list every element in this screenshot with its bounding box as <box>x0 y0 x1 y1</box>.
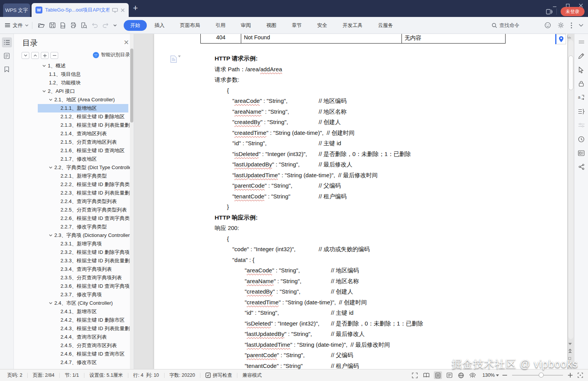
more-dots-icon[interactable] <box>571 22 572 29</box>
ruler-icon[interactable] <box>567 35 571 39</box>
toc-item[interactable]: 2.3.2、根据主键 ID 删除字典项 <box>14 248 130 257</box>
status-segment[interactable]: 页面: 2/84 <box>28 372 59 379</box>
toc-item[interactable]: 2.4.6、根据主键 ID 查询市区 <box>14 350 130 358</box>
sliders-icon[interactable] <box>577 121 586 129</box>
status-segment[interactable]: 字数: 20220 <box>165 372 200 379</box>
smart-toc-button[interactable]: 智能识别目录 <box>93 52 130 58</box>
toc-item[interactable]: 2.2.2、根据主键 ID 删除字典类型 <box>14 180 130 189</box>
translate-icon[interactable]: a <box>577 93 586 102</box>
zoom-slider[interactable] <box>512 375 563 376</box>
pen-icon[interactable] <box>577 52 586 60</box>
toc-list-icon[interactable] <box>2 37 12 47</box>
ribbon-tab[interactable]: 页面布局 <box>172 17 208 34</box>
toc-item[interactable]: 1、概述 <box>14 62 130 70</box>
compat-mode[interactable]: 兼容模式 <box>237 372 267 379</box>
toc-item[interactable]: 2.2.4、查询字典类型列表 <box>14 197 130 206</box>
drag-handle-icon[interactable] <box>577 38 586 46</box>
toc-item[interactable]: 2.2.6、根据主键 ID 查询字典类型 <box>14 214 130 223</box>
nav-pin-box[interactable] <box>555 34 566 44</box>
ribbon-tab[interactable]: 云服务 <box>370 17 401 34</box>
fit-screen-icon[interactable] <box>576 371 584 379</box>
document-tab[interactable]: W TableGo-Sp...oot项目API文档 <box>32 3 129 17</box>
share-icon[interactable] <box>577 163 586 171</box>
gear-icon[interactable] <box>558 22 564 29</box>
file-menu[interactable]: 文件 <box>5 22 29 29</box>
toc-item[interactable]: 2.4.5、分页查询市区列表 <box>14 341 130 350</box>
zoom-in-toc-button[interactable] <box>41 52 49 59</box>
scroll-down-icon[interactable] <box>568 343 572 345</box>
toc-item[interactable]: 2.1.1、新增地区 <box>14 104 130 112</box>
app-tab[interactable]: WPS 文字 <box>3 3 30 17</box>
ribbon-tab[interactable]: 审阅 <box>233 17 259 34</box>
toc-item[interactable]: 2.4.2、根据主键 ID 删除市区 <box>14 316 130 324</box>
notes-icon[interactable] <box>2 51 12 61</box>
chevron-down-icon[interactable] <box>49 166 52 169</box>
toc-item[interactable]: 2、API 接口 <box>14 87 130 96</box>
chevron-down-icon[interactable] <box>49 99 52 101</box>
toc-item[interactable]: 2.3.6、根据主键 ID 查询字典项 <box>14 282 130 290</box>
chevron-down-icon[interactable] <box>42 65 46 67</box>
message-icon[interactable] <box>544 22 551 29</box>
toc-close-icon[interactable]: ✕ <box>124 39 129 46</box>
quickbar-chevron-icon[interactable] <box>111 24 119 27</box>
web-view-icon[interactable] <box>457 371 465 379</box>
toc-item[interactable]: 2.1.3、根据主键 ID 列表批量删除 ... <box>14 121 130 129</box>
status-segment[interactable]: 行: 4 列: 10 <box>128 372 164 379</box>
spellcheck-toggle[interactable]: 拼写检查 <box>200 372 237 379</box>
toc-item[interactable]: 2.4.3、根据主键 ID 列表批量删除... <box>14 324 130 333</box>
save-button[interactable] <box>47 22 58 28</box>
toc-item[interactable]: 2.1.2、根据主键 ID 删除地区 <box>14 112 130 121</box>
toc-item[interactable]: 1.1、项目信息 <box>14 70 130 79</box>
toc-item[interactable]: 2.4.1、新增市区 <box>14 307 130 316</box>
toc-item[interactable]: 2.4.4、查询市区列表 <box>14 333 130 341</box>
outline-view-icon[interactable] <box>445 371 454 379</box>
toc-item[interactable]: 1.2、功能模块 <box>14 79 130 87</box>
page-view-icon[interactable] <box>434 371 442 379</box>
cursor-icon[interactable] <box>577 65 586 74</box>
toc-item[interactable]: 2.1.5、分页查询地区列表 <box>14 138 130 146</box>
lock-icon[interactable] <box>577 79 586 88</box>
document-gutter-icon[interactable] <box>170 55 181 63</box>
status-segment[interactable]: 设置值: 5.1厘米 <box>84 372 128 379</box>
new-tab-button[interactable]: + <box>133 3 138 13</box>
print-button[interactable] <box>68 22 79 28</box>
toc-item[interactable]: 2.1、地区 (Area Controller) <box>14 96 130 104</box>
find-command[interactable]: 查找命令 <box>492 17 519 34</box>
close-icon[interactable] <box>121 8 125 12</box>
zoom-in-button[interactable] <box>568 373 573 378</box>
fullscreen-icon[interactable] <box>411 371 419 379</box>
status-segment[interactable]: 页码: 2 <box>2 372 27 379</box>
zoom-level[interactable]: 130% <box>482 373 499 378</box>
toc-item[interactable]: 2.3.1、新增字典项 <box>14 240 130 248</box>
ribbon-tab[interactable]: 视图 <box>259 17 284 34</box>
toc-item[interactable]: 2.1.4、查询地区列表 <box>14 129 130 138</box>
toc-item[interactable]: 2.2.1、新增字典类型 <box>14 172 130 180</box>
zoom-slider-knob[interactable] <box>539 373 544 378</box>
toc-item[interactable]: 2.4.7、修改市区 <box>14 358 130 367</box>
toc-item[interactable]: 2.3.4、查询字典项列表 <box>14 265 130 274</box>
toc-item[interactable]: 2.2、字典类型 (Dict Type Controller... <box>14 163 130 172</box>
toc-item[interactable]: 2.3.5、分页查询字典项列表 <box>14 274 130 282</box>
zoom-out-toc-button[interactable] <box>50 52 58 59</box>
print-preview-button[interactable] <box>79 22 89 29</box>
login-button[interactable]: 未登录 <box>561 7 585 16</box>
history-clock-icon[interactable] <box>577 135 586 143</box>
tab-home-active[interactable]: 开始 <box>124 20 147 31</box>
previous-page-icon[interactable] <box>568 349 572 353</box>
toc-scrollbar-thumb[interactable] <box>130 49 133 123</box>
toc-item[interactable]: 2.3、字典项 (Dictionary Controller ... <box>14 231 130 240</box>
monitor-icon[interactable] <box>112 8 118 13</box>
book-view-icon[interactable] <box>422 371 430 379</box>
toc-item[interactable]: 2.1.6、根据主键 ID 查询地区 <box>14 146 130 155</box>
ribbon-tab[interactable]: 插入 <box>147 17 172 34</box>
toc-item[interactable]: 2.2.5、分页查询字典类型列表 <box>14 206 130 214</box>
status-segment[interactable]: 节: 1/1 <box>60 372 84 379</box>
sidebar-toggle-icon[interactable] <box>546 9 553 15</box>
toc-item[interactable]: 2.4、市区 (City Controller) <box>14 299 130 307</box>
document-page[interactable]: 404 Not Found 无内容 HTTP 请求示例: 请求 Path：/ar… <box>154 34 567 369</box>
card-layout-icon[interactable] <box>577 149 586 157</box>
open-file-button[interactable] <box>36 22 47 28</box>
ribbon-tab[interactable]: 开发工具 <box>335 17 370 34</box>
toc-item[interactable]: 2.2.7、修改字典类型 <box>14 223 130 231</box>
chevron-down-icon[interactable] <box>49 302 52 304</box>
